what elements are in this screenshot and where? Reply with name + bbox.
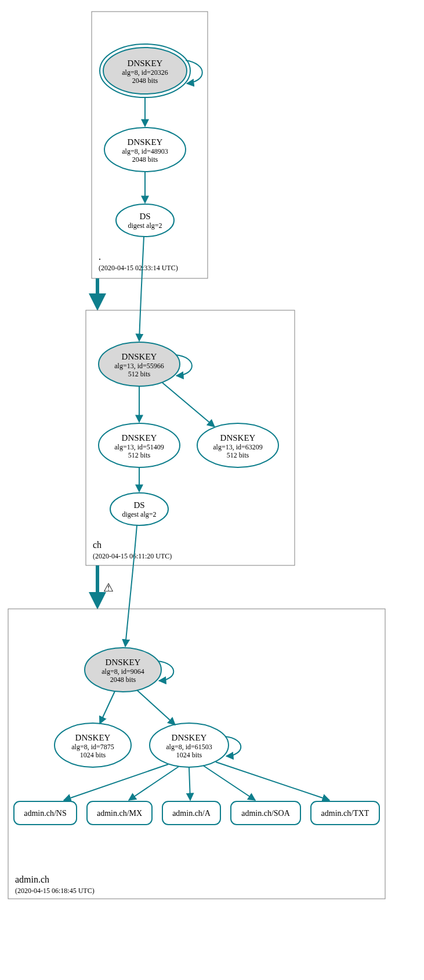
svg-text:2048 bits: 2048 bits	[132, 77, 158, 85]
node-root-zsk: DNSKEY alg=8, id=48903 2048 bits	[104, 128, 186, 172]
svg-text:DNSKEY: DNSKEY	[122, 352, 157, 361]
rrset-mx: admin.ch/MX	[87, 801, 152, 825]
node-ch-ksk: DNSKEY alg=13, id=55966 512 bits	[99, 342, 180, 386]
svg-text:512 bits: 512 bits	[128, 370, 151, 378]
svg-text:alg=8, id=48903: alg=8, id=48903	[122, 147, 168, 155]
svg-text:DNSKEY: DNSKEY	[128, 137, 163, 147]
svg-text:alg=13, id=63209: alg=13, id=63209	[213, 443, 263, 451]
edge-zsk2-to-mx	[129, 767, 179, 800]
svg-text:DS: DS	[133, 500, 144, 510]
zone-ch-timestamp: (2020-04-15 06:11:20 UTC)	[93, 552, 172, 560]
svg-text:admin.ch/SOA: admin.ch/SOA	[241, 809, 290, 818]
svg-text:2048 bits: 2048 bits	[132, 155, 158, 164]
svg-text:digest alg=2: digest alg=2	[128, 222, 162, 230]
node-ch-zsk2: DNSKEY alg=13, id=63209 512 bits	[197, 423, 278, 467]
svg-text:admin.ch/A: admin.ch/A	[172, 809, 211, 818]
svg-text:admin.ch/MX: admin.ch/MX	[97, 809, 142, 818]
svg-text:alg=8, id=7875: alg=8, id=7875	[71, 743, 114, 751]
node-admin-zsk2: DNSKEY alg=8, id=61503 1024 bits	[150, 723, 229, 767]
svg-text:alg=8, id=9064: alg=8, id=9064	[102, 667, 144, 676]
edge-zsk2-to-a	[189, 768, 190, 800]
node-ch-zsk1: DNSKEY alg=13, id=51409 512 bits	[99, 423, 180, 467]
zone-ch-name: ch	[93, 540, 102, 550]
svg-text:DNSKEY: DNSKEY	[172, 733, 207, 742]
svg-text:1024 bits: 1024 bits	[176, 751, 202, 759]
edge-admin-ksk-to-zsk1	[100, 691, 115, 724]
zone-admin-name: admin.ch	[15, 874, 49, 884]
rrset-ns: admin.ch/NS	[14, 801, 77, 825]
svg-text:DNSKEY: DNSKEY	[122, 433, 157, 442]
svg-text:alg=13, id=55966: alg=13, id=55966	[114, 362, 164, 370]
dnssec-graph: . (2020-04-15 02:33:14 UTC) DNSKEY alg=8…	[0, 0, 424, 980]
svg-text:alg=13, id=51409: alg=13, id=51409	[114, 443, 164, 451]
node-admin-ksk: DNSKEY alg=8, id=9064 2048 bits	[85, 648, 161, 692]
rrset-soa: admin.ch/SOA	[231, 801, 300, 825]
svg-text:alg=8, id=20326: alg=8, id=20326	[122, 68, 168, 77]
node-root-ksk: DNSKEY alg=8, id=20326 2048 bits	[100, 44, 190, 97]
svg-text:DNSKEY: DNSKEY	[220, 433, 256, 442]
edge-zsk2-to-soa	[203, 765, 255, 800]
svg-text:alg=8, id=61503: alg=8, id=61503	[166, 743, 212, 751]
zone-ch: ch (2020-04-15 06:11:20 UTC) DNSKEY alg=…	[86, 237, 295, 565]
svg-text:⚠: ⚠	[103, 581, 114, 594]
edge-zsk2-to-txt	[216, 762, 329, 800]
node-ch-ds: DS digest alg=2	[110, 493, 168, 525]
zone-admin: admin.ch (2020-04-15 06:18:45 UTC) DNSKE…	[8, 525, 385, 899]
svg-text:DNSKEY: DNSKEY	[75, 733, 111, 742]
svg-text:admin.ch/NS: admin.ch/NS	[24, 809, 67, 818]
edge-ch-ksk-to-zsk2	[162, 383, 215, 427]
edge-admin-ksk-to-zsk2	[137, 690, 175, 725]
svg-text:digest alg=2: digest alg=2	[122, 510, 156, 518]
svg-text:512 bits: 512 bits	[227, 451, 249, 459]
edge-zsk2-to-ns	[64, 764, 168, 800]
edge-ds-ch-to-admin-ksk	[125, 525, 137, 647]
svg-text:512 bits: 512 bits	[128, 451, 151, 459]
svg-text:DS: DS	[139, 212, 150, 221]
svg-text:DNSKEY: DNSKEY	[106, 658, 141, 667]
svg-text:1024 bits: 1024 bits	[80, 751, 106, 759]
rrset-txt: admin.ch/TXT	[311, 801, 379, 825]
node-root-ds: DS digest alg=2	[116, 204, 174, 237]
zone-admin-timestamp: (2020-04-15 06:18:45 UTC)	[15, 887, 95, 895]
svg-text:admin.ch/TXT: admin.ch/TXT	[321, 809, 369, 818]
edge-ds-root-to-ch-ksk	[139, 237, 144, 341]
rrset-a: admin.ch/A	[162, 801, 220, 825]
svg-text:DNSKEY: DNSKEY	[128, 59, 163, 68]
zone-root-name: .	[99, 252, 101, 262]
svg-text:2048 bits: 2048 bits	[110, 676, 136, 684]
node-admin-zsk1: DNSKEY alg=8, id=7875 1024 bits	[55, 723, 131, 767]
warning-icon: ⚠	[103, 581, 114, 594]
zone-root: . (2020-04-15 02:33:14 UTC) DNSKEY alg=8…	[92, 12, 208, 278]
zone-root-timestamp: (2020-04-15 02:33:14 UTC)	[99, 264, 178, 272]
